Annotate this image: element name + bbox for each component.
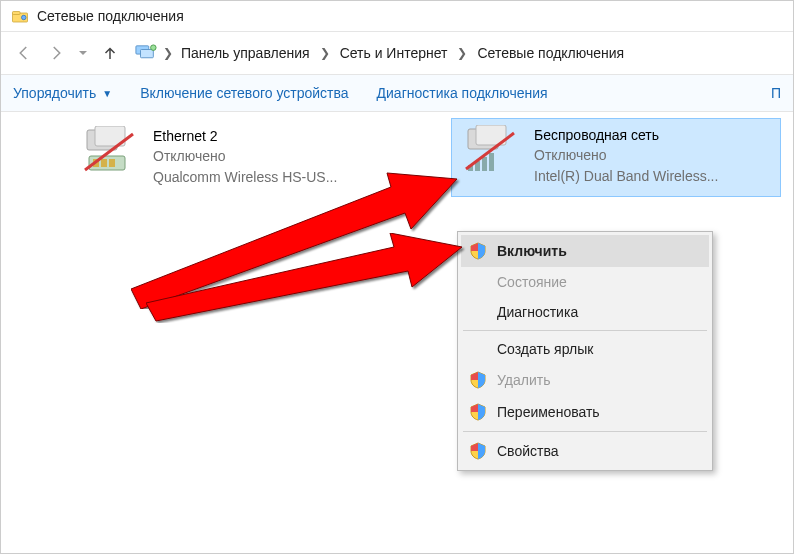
adapter-item-wireless[interactable]: Беспроводная сеть Отключено Intel(R) Dua… <box>451 118 781 197</box>
breadcrumb-item[interactable]: Панель управления <box>181 45 310 61</box>
control-panel-icon <box>135 44 157 62</box>
menu-item-status: Состояние <box>461 267 709 297</box>
adapter-name: Беспроводная сеть <box>534 125 718 145</box>
network-connections-icon <box>11 7 29 25</box>
menu-item-delete: Удалить <box>461 364 709 396</box>
svg-point-2 <box>22 15 27 20</box>
adapter-description: Qualcomm Wireless HS-US... <box>153 167 337 187</box>
toolbar-overflow[interactable]: П <box>771 85 781 101</box>
menu-item-rename[interactable]: Переименовать <box>461 396 709 428</box>
window-titlebar: Сетевые подключения <box>1 1 793 31</box>
diagnose-connection-button[interactable]: Диагностика подключения <box>377 85 548 101</box>
shield-icon <box>469 442 487 460</box>
svg-rect-10 <box>101 159 107 167</box>
svg-rect-4 <box>141 50 154 58</box>
back-button[interactable] <box>11 40 37 66</box>
chevron-down-icon: ▼ <box>102 88 112 99</box>
nav-row: ❯ Панель управления ❯ Сеть и Интернет ❯ … <box>1 31 793 75</box>
adapter-status: Отключено <box>153 146 337 166</box>
annotation-arrow <box>146 233 466 323</box>
organize-menu[interactable]: Упорядочить ▼ <box>13 85 112 101</box>
enable-device-button[interactable]: Включение сетевого устройства <box>140 85 348 101</box>
adapter-description: Intel(R) Dual Band Wireless... <box>534 166 718 186</box>
menu-item-create-shortcut[interactable]: Создать ярлык <box>461 334 709 364</box>
forward-button[interactable] <box>43 40 69 66</box>
menu-item-properties[interactable]: Свойства <box>461 435 709 467</box>
chevron-right-icon: ❯ <box>320 46 330 60</box>
adapter-status: Отключено <box>534 145 718 165</box>
menu-item-diagnostics[interactable]: Диагностика <box>461 297 709 327</box>
svg-rect-11 <box>109 159 115 167</box>
menu-item-enable[interactable]: Включить <box>461 235 709 267</box>
breadcrumb[interactable]: Панель управления ❯ Сеть и Интернет ❯ Се… <box>181 45 624 61</box>
shield-icon <box>469 403 487 421</box>
svg-rect-17 <box>482 157 487 171</box>
recent-dropdown[interactable] <box>75 40 91 66</box>
shield-icon <box>469 371 487 389</box>
up-button[interactable] <box>97 40 123 66</box>
command-bar: Упорядочить ▼ Включение сетевого устройс… <box>1 75 793 112</box>
adapter-name: Ethernet 2 <box>153 126 337 146</box>
wireless-adapter-icon <box>462 125 522 175</box>
ethernet-adapter-icon <box>81 126 141 176</box>
adapter-item-ethernet[interactable]: Ethernet 2 Отключено Qualcomm Wireless H… <box>71 120 431 197</box>
svg-point-5 <box>151 45 157 51</box>
svg-marker-21 <box>146 233 462 321</box>
context-menu: Включить Состояние Диагностика Создать я… <box>457 231 713 471</box>
breadcrumb-item[interactable]: Сетевые подключения <box>477 45 624 61</box>
window-title: Сетевые подключения <box>37 8 184 24</box>
adapter-list: Ethernet 2 Отключено Qualcomm Wireless H… <box>1 112 793 136</box>
svg-rect-18 <box>489 153 494 171</box>
svg-rect-1 <box>13 12 21 15</box>
chevron-right-icon: ❯ <box>457 46 467 60</box>
shield-icon <box>469 242 487 260</box>
breadcrumb-item[interactable]: Сеть и Интернет <box>340 45 448 61</box>
chevron-right-icon: ❯ <box>163 46 173 60</box>
